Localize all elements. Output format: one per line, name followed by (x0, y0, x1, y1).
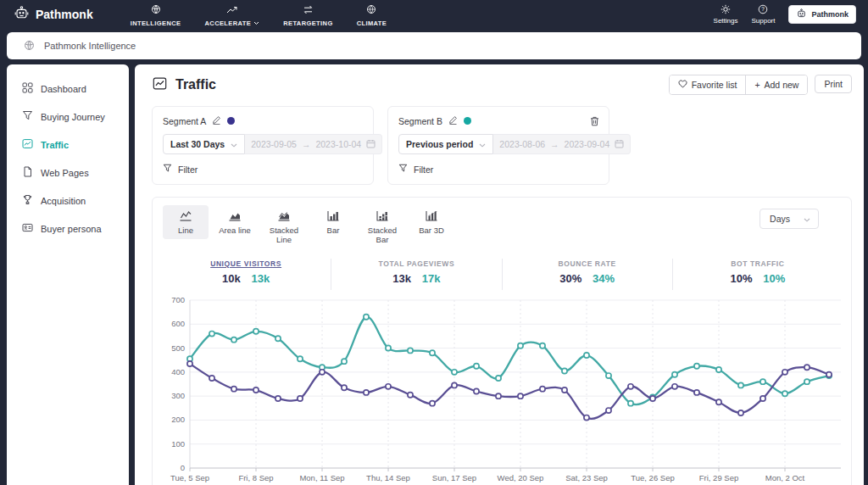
edit-pencil-icon[interactable] (212, 115, 221, 126)
svg-text:600: 600 (171, 319, 185, 328)
tab-label: Bar (327, 226, 340, 235)
settings-button[interactable]: Settings (714, 4, 738, 25)
metric-unique-visitors[interactable]: UNIQUE VISITORS 10k 13k (161, 259, 331, 290)
tab-stacked-bar[interactable]: Stacked Bar (359, 205, 405, 248)
print-button[interactable]: Print (815, 75, 852, 93)
segments-row: Segment A Last 30 Days (152, 106, 852, 185)
nav-retargeting[interactable]: RETARGETING (283, 3, 332, 27)
top-right: Settings ? Support Pathmonk (714, 4, 868, 25)
svg-text:200: 200 (171, 415, 185, 424)
segment-a-header: Segment A (163, 115, 363, 126)
metric-bot-traffic[interactable]: BOT TRAFFIC 10% 10% (672, 259, 843, 290)
metric-label: BOT TRAFFIC (673, 259, 843, 268)
action-button-group: Favorite list + Add new (669, 75, 809, 95)
metric-values: 10% 10% (673, 272, 843, 285)
favorite-list-button[interactable]: Favorite list (670, 75, 746, 94)
tab-label: Line (178, 226, 193, 235)
dashboard-grid-icon (22, 82, 33, 95)
sidebar-item-buying-journey[interactable]: Buying Journey (7, 103, 129, 131)
svg-text:300: 300 (171, 391, 185, 400)
metric-bounce-rate[interactable]: BOUNCE RATE 30% 34% (502, 259, 672, 290)
robot-icon (14, 6, 30, 23)
pathmonk-account-button[interactable]: Pathmonk (788, 5, 856, 24)
metric-value-segment-a: 13k (392, 272, 411, 285)
svg-text:700: 700 (171, 295, 185, 304)
range-arrow: → (550, 139, 559, 149)
segment-a-preset-select[interactable]: Last 30 Days (163, 134, 245, 154)
robot-icon (796, 8, 807, 20)
sidebar-item-label: Dashboard (41, 84, 86, 94)
tab-bar-3d[interactable]: Bar 3D (409, 205, 454, 239)
metric-label: TOTAL PAGEVIEWS (331, 259, 501, 268)
question-circle-icon: ? (758, 4, 768, 16)
metric-total-pageviews[interactable]: TOTAL PAGEVIEWS 13k 17k (331, 259, 501, 290)
sidebar-item-acquisition[interactable]: Acquisition (7, 187, 129, 215)
sidebar-item-label: Traffic (41, 140, 69, 150)
page-header: Traffic Favorite list + Add new (152, 75, 852, 95)
globe-icon (366, 3, 376, 18)
date-to: 2023-09-04 (565, 139, 610, 149)
tab-area-line[interactable]: Area line (212, 205, 258, 239)
gear-icon (721, 4, 731, 16)
page-title-text: Traffic (175, 77, 216, 92)
segment-b-date-range[interactable]: 2023-08-06 → 2023-09-04 (493, 134, 631, 154)
range-arrow: → (302, 139, 311, 149)
segment-b-filter-button[interactable]: Filter (398, 164, 433, 175)
main-panel: Traffic Favorite list + Add new (135, 64, 864, 485)
svg-text:0: 0 (181, 463, 185, 472)
trophy-icon (22, 194, 33, 207)
tab-line[interactable]: Line (163, 205, 209, 239)
svg-text:Sun, 17 Sep: Sun, 17 Sep (432, 473, 476, 482)
segment-b-controls: Previous period 2023-08-06 → 2023-09-04 (398, 134, 598, 154)
funnel-icon (398, 164, 408, 175)
segment-a-filter-button[interactable]: Filter (163, 164, 198, 175)
sidebar-item-dashboard[interactable]: Dashboard (7, 75, 129, 103)
print-label: Print (824, 79, 843, 89)
preset-value: Previous period (406, 139, 473, 149)
metric-value-segment-b: 10% (763, 272, 785, 285)
sidebar-item-label: Acquisition (41, 196, 86, 206)
sidebar-item-traffic[interactable]: Traffic (7, 131, 129, 159)
breadcrumb-label: Pathmonk Intelligence (44, 41, 136, 51)
document-icon (22, 166, 33, 179)
stacked-bar-tab-icon (376, 210, 389, 223)
segment-b-card: Segment B Previous period (387, 106, 609, 185)
tab-stacked-line[interactable]: Stacked Line (261, 205, 307, 248)
svg-text:Thu, 14 Sep: Thu, 14 Sep (366, 473, 410, 482)
nav-label: INTELLIGENCE (131, 20, 181, 27)
svg-text:Mon, 2 Oct: Mon, 2 Oct (765, 473, 805, 482)
favorite-list-label: Favorite list (692, 80, 737, 90)
support-button[interactable]: ? Support (751, 4, 775, 25)
nav-accelerate[interactable]: ACCELERATE (205, 3, 260, 27)
metric-value-segment-a: 10k (222, 272, 241, 285)
sidebar: Dashboard Buying Journey Traffic (7, 64, 129, 485)
edit-pencil-icon[interactable] (448, 115, 458, 126)
support-label: Support (751, 17, 775, 25)
add-new-button[interactable]: + Add new (745, 75, 807, 94)
calendar-icon (615, 139, 624, 150)
svg-text:?: ? (762, 6, 765, 12)
tab-bar[interactable]: Bar (310, 205, 356, 239)
chart-card: Line Area line (152, 197, 852, 485)
sidebar-item-label: Web Pages (41, 168, 89, 178)
interval-select[interactable]: Days (760, 209, 819, 229)
plus-icon: + (754, 80, 760, 90)
sidebar-item-buyer-persona[interactable]: Buyer persona (7, 215, 129, 242)
segment-b-preset-select[interactable]: Previous period (398, 134, 493, 154)
nav-climate[interactable]: CLIMATE (357, 3, 387, 27)
chart-type-tabs: Line Area line (161, 205, 843, 248)
id-card-icon (22, 222, 33, 235)
delete-segment-button[interactable] (590, 114, 599, 130)
svg-text:400: 400 (171, 367, 185, 376)
metric-value-segment-a: 30% (559, 272, 581, 285)
segment-a-date-range[interactable]: 2023-09-05 → 2023-10-04 (245, 134, 382, 154)
nav-intelligence[interactable]: INTELLIGENCE (131, 3, 181, 27)
svg-text:Mon, 11 Sep: Mon, 11 Sep (299, 473, 344, 482)
svg-text:Sat, 23 Sep: Sat, 23 Sep (565, 473, 608, 482)
chevron-down-icon (479, 139, 486, 149)
metric-label: UNIQUE VISITORS (161, 259, 331, 268)
brand-logo[interactable]: Pathmonk (0, 6, 93, 23)
segment-b-color-dot (464, 117, 471, 125)
sidebar-item-web-pages[interactable]: Web Pages (7, 159, 129, 187)
filter-label: Filter (178, 164, 198, 175)
